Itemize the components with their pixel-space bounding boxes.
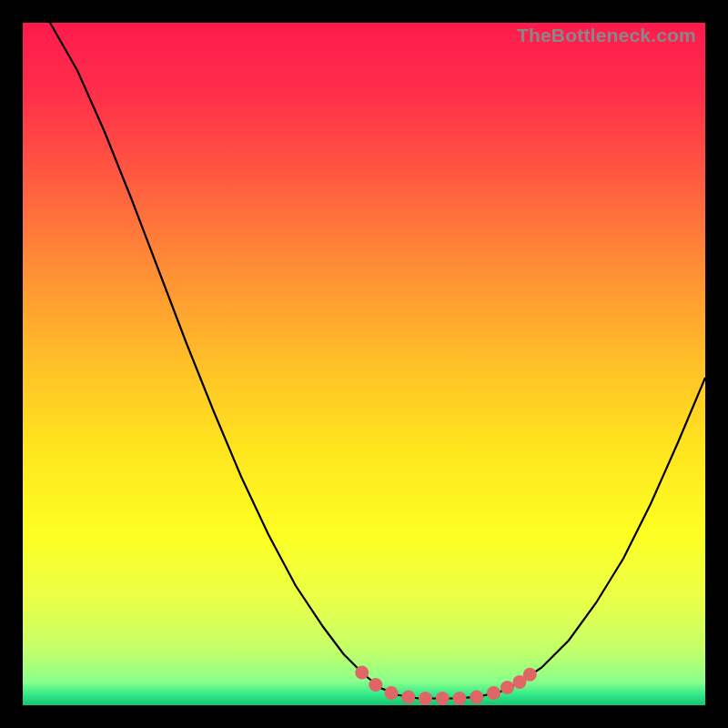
watermark-text: TheBottleneck.com <box>517 25 696 46</box>
highlight-dot <box>385 686 399 700</box>
gradient-background <box>23 23 705 705</box>
highlight-dot <box>436 692 450 705</box>
chart-frame: TheBottleneck.com <box>23 23 705 705</box>
highlight-dot <box>523 668 537 682</box>
highlight-dot <box>487 686 500 700</box>
highlight-dot <box>401 691 415 704</box>
highlight-dot <box>500 681 514 694</box>
highlight-dot <box>453 692 467 705</box>
highlight-dot <box>470 691 483 704</box>
highlight-dot <box>369 678 382 692</box>
highlight-dot <box>419 692 432 705</box>
chart-canvas <box>23 23 705 705</box>
highlight-dot <box>355 666 369 680</box>
